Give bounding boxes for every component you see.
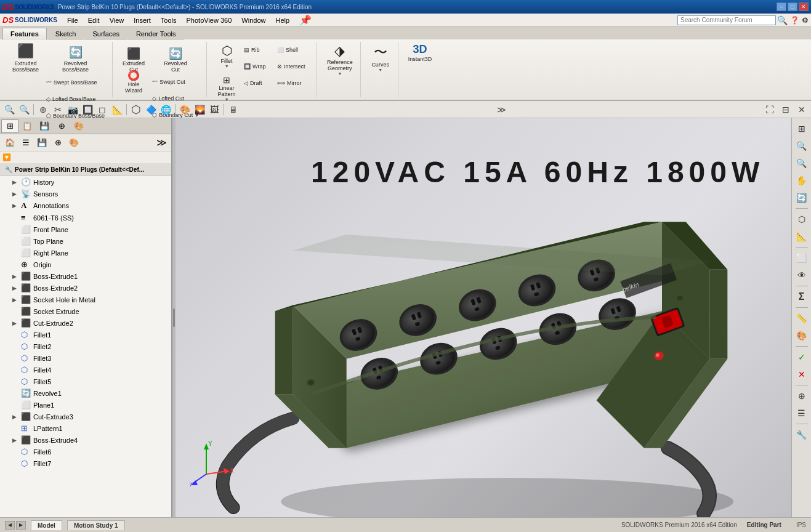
panel-home-button[interactable]: 🏠	[2, 136, 17, 150]
rt-select-other[interactable]: ☰	[794, 405, 810, 421]
rt-ok[interactable]: ✓	[794, 349, 810, 365]
tree-item-revolve1[interactable]: ▶ 🔄 Revolve1	[0, 387, 171, 399]
view-zoom-button[interactable]: 🔍	[17, 103, 31, 116]
tree-item-fillet4[interactable]: ▶ ⬡ Fillet4	[0, 364, 171, 376]
search-icon[interactable]: 🔍	[777, 15, 788, 25]
tree-item-lpattern1[interactable]: ▶ ⊞ LPattern1	[0, 422, 171, 434]
tree-item-cut-extrude3[interactable]: ▶ ⬛ Cut-Extrude3	[0, 411, 171, 422]
rt-hide-show[interactable]: 👁	[794, 267, 810, 283]
revolved-cut-button[interactable]: 🔄 RevolvedCut	[161, 42, 190, 74]
rt-zoom-fit[interactable]: 🔍	[794, 138, 810, 154]
tree-item-boss-extrude4[interactable]: ▶ ⬛ Boss-Extrude4	[0, 434, 171, 446]
status-nav-next[interactable]: ▶	[16, 521, 26, 530]
tree-item-plane1[interactable]: ▶ ⬜ Plane1	[0, 399, 171, 411]
options-icon[interactable]: ⚙	[802, 16, 809, 25]
tree-item-sensors[interactable]: ▶ 📡 Sensors	[0, 188, 171, 200]
rt-smart-select[interactable]: ⊕	[794, 388, 810, 404]
rt-appearance[interactable]: 🎨	[794, 328, 810, 344]
mirror-button[interactable]: ⟺ Mirror	[275, 75, 312, 91]
menu-edit[interactable]: Edit	[83, 15, 105, 25]
tree-root-item[interactable]: 🔧 Power Strip BelKin 10 Plugs (Default<<…	[0, 164, 171, 176]
menu-file[interactable]: File	[62, 15, 83, 25]
menu-window[interactable]: Window	[236, 15, 270, 25]
tree-item-fillet1[interactable]: ▶ ⬡ Fillet1	[0, 329, 171, 341]
view-3d-button[interactable]: ⊕	[36, 103, 50, 116]
rt-cancel[interactable]: ✕	[794, 366, 810, 382]
tab-features[interactable]: Features	[2, 28, 47, 40]
rt-zoom-area[interactable]: 🔍	[794, 155, 810, 171]
menu-help[interactable]: Help	[270, 15, 294, 25]
panel-tab-config[interactable]: 💾	[36, 119, 53, 133]
panel-color-button[interactable]: 🎨	[67, 136, 81, 150]
tab-render-tools[interactable]: Render Tools	[128, 28, 184, 40]
hole-wizard-button[interactable]: ⭕ HoleWizard	[121, 74, 146, 95]
rt-standard-views[interactable]: ⬡	[794, 211, 810, 227]
status-nav-prev[interactable]: ◀	[5, 521, 15, 530]
view-cube-button[interactable]: ⬡	[129, 103, 143, 116]
display-state-button[interactable]: 🖥	[227, 103, 240, 116]
rt-measure[interactable]: 📏	[794, 310, 810, 326]
viewport-close-button[interactable]: ✕	[795, 103, 809, 116]
tree-item-boss-extrude2[interactable]: ▶ ⬛ Boss-Extrude2	[0, 282, 171, 294]
fillet-button[interactable]: ⬡ Fillet ▼	[214, 42, 239, 74]
rt-display-style[interactable]: ⬜	[794, 250, 810, 266]
status-tab-motion[interactable]: Motion Study 1	[67, 520, 125, 530]
tree-item-socket-hole[interactable]: ▶ ⬛ Socket Hole in Metal	[0, 294, 171, 305]
shell-button[interactable]: ⬜ Shell	[275, 42, 312, 58]
tab-surfaces[interactable]: Surfaces	[85, 28, 127, 40]
tree-item-material[interactable]: ▶ ≡ 6061-T6 (SS)	[0, 212, 171, 224]
rt-view-orient[interactable]: 📐	[794, 228, 810, 244]
close-button[interactable]: ✕	[799, 2, 809, 11]
rt-selection-filter[interactable]: 🔧	[794, 427, 810, 443]
wrap-button[interactable]: 🔲 Wrap	[241, 58, 272, 75]
tree-item-fillet3[interactable]: ▶ ⬡ Fillet3	[0, 352, 171, 364]
view-orient-button[interactable]: 🔍	[2, 103, 16, 116]
panel-tab-property[interactable]: 📋	[18, 119, 36, 133]
maximize-button[interactable]: □	[788, 2, 797, 11]
panel-save-button[interactable]: 💾	[34, 136, 49, 150]
tree-item-fillet6[interactable]: ▶ ⬡ Fillet6	[0, 446, 171, 457]
tab-sketch[interactable]: Sketch	[47, 28, 84, 40]
view-cam-button[interactable]: 📷	[66, 103, 79, 116]
tree-item-history[interactable]: ▶ 🕐 History	[0, 176, 171, 188]
tree-item-cut-extrude2[interactable]: ▶ ⬛ Cut-Extrude2	[0, 317, 171, 329]
status-tab-model[interactable]: Model	[31, 520, 62, 530]
swept-boss-base-button[interactable]: 〰 Swept Boss/Base	[44, 75, 107, 91]
view-sketch-button[interactable]: 📐	[110, 103, 124, 116]
curves-button[interactable]: 〜 Curves ▼	[368, 42, 393, 73]
tree-item-right-plane[interactable]: ▶ ⬜ Right Plane	[0, 247, 171, 259]
menu-photoview[interactable]: PhotoView 360	[182, 15, 237, 25]
tree-item-fillet7[interactable]: ▶ ⬡ Fillet7	[0, 457, 171, 469]
rt-pan[interactable]: ✋	[794, 172, 810, 188]
extruded-boss-base-button[interactable]: ⬛ ExtrudedBoss/Base	[10, 42, 41, 74]
tree-item-socket-extrude[interactable]: ▶ ⬛ Socket Extrude	[0, 305, 171, 317]
viewport[interactable]: 120VAC 15A 60Hz 1800W	[176, 118, 791, 517]
swept-cut-button[interactable]: 〰 Swept Cut	[150, 74, 201, 90]
pin-icon[interactable]: 📌	[299, 14, 312, 26]
tree-item-origin[interactable]: ▶ ⊕ Origin	[0, 259, 171, 270]
panel-tab-display[interactable]: 🎨	[70, 119, 87, 133]
reference-geometry-button[interactable]: ⬗ ReferenceGeometry ▼	[325, 42, 355, 77]
tree-item-annotations[interactable]: ▶ A Annotations	[0, 200, 171, 212]
tree-content[interactable]: 🔧 Power Strip BelKin 10 Plugs (Default<<…	[0, 164, 171, 517]
minimize-button[interactable]: −	[777, 2, 786, 11]
view-display-button[interactable]: 🔲	[81, 103, 94, 116]
draft-button[interactable]: ◁ Draft	[241, 75, 272, 91]
rt-sigma[interactable]: Σ	[799, 289, 805, 305]
view-persp-button[interactable]: 🔷	[144, 103, 158, 116]
rt-view-selector[interactable]: ⊞	[794, 121, 810, 137]
intersect-button[interactable]: ⊗ Intersect	[275, 58, 312, 75]
instant3d-button[interactable]: 3D Instant3D	[406, 42, 435, 63]
rt-rotate[interactable]: 🔄	[794, 190, 810, 206]
toolbar-more-button[interactable]: ≫	[495, 103, 509, 116]
help-icon[interactable]: ❓	[790, 16, 799, 25]
search-input[interactable]	[677, 15, 776, 25]
panel-addref-button[interactable]: ⊕	[50, 136, 65, 150]
tree-item-front-plane[interactable]: ▶ ⬜ Front Plane	[0, 224, 171, 235]
revolved-boss-base-button[interactable]: 🔄 RevolvedBoss/Base	[60, 42, 91, 74]
panel-more-button[interactable]: ≫	[154, 136, 169, 150]
panel-tab-feature-tree[interactable]: ⊞	[1, 119, 18, 133]
view-hidden-button[interactable]: ◻	[95, 103, 109, 116]
decals-button[interactable]: 🖼	[208, 103, 221, 116]
tree-item-boss-extrude1[interactable]: ▶ ⬛ Boss-Extrude1	[0, 270, 171, 282]
